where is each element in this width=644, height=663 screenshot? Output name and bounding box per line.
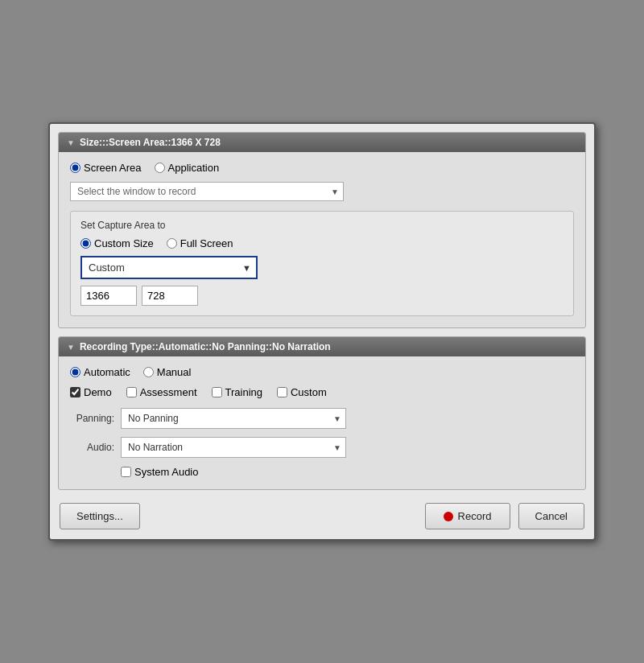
recording-header-arrow: ▼ <box>67 343 75 352</box>
training-checkbox[interactable] <box>212 387 222 397</box>
screen-area-label: Screen Area <box>84 162 142 174</box>
assessment-label: Assessment <box>140 386 197 398</box>
system-audio-checkbox-label[interactable]: System Audio <box>121 466 574 478</box>
manual-label: Manual <box>157 366 192 378</box>
custom-size-label: Custom Size <box>94 237 154 249</box>
size-section-header: ▼ Size:::Screen Area::1366 X 728 <box>59 133 585 152</box>
training-label: Training <box>225 386 262 398</box>
audio-row: Audio: No Narration Microphone Line-In <box>70 437 574 458</box>
custom-size-dropdown[interactable]: Custom 640x480 800x600 1024x768 1280x720… <box>80 256 258 279</box>
application-label: Application <box>168 162 220 174</box>
size-section-body: Screen Area Application Select the windo… <box>59 152 585 327</box>
custom-checkbox-label[interactable]: Custom <box>277 386 327 398</box>
screen-area-radio-label[interactable]: Screen Area <box>70 162 142 174</box>
capture-area-legend: Set Capture Area to <box>80 220 564 231</box>
panning-select[interactable]: No Panning Auto Panning Manual Panning <box>121 408 346 429</box>
system-audio-label: System Audio <box>134 466 199 478</box>
auto-manual-row: Automatic Manual <box>70 366 574 378</box>
size-header-arrow: ▼ <box>67 138 75 147</box>
window-select[interactable]: Select the window to record <box>70 182 344 201</box>
automatic-radio[interactable] <box>70 367 80 377</box>
audio-select-wrapper: No Narration Microphone Line-In <box>121 437 346 458</box>
full-screen-radio[interactable] <box>167 238 177 249</box>
checkboxes-row: Demo Assessment Training Custom <box>70 386 574 398</box>
recording-section-header: ▼ Recording Type::Automatic::No Panning:… <box>59 337 585 356</box>
manual-radio-label[interactable]: Manual <box>143 366 192 378</box>
audio-select[interactable]: No Narration Microphone Line-In <box>121 437 346 458</box>
settings-button[interactable]: Settings... <box>60 503 140 529</box>
source-radio-group: Screen Area Application <box>70 162 574 174</box>
footer-right: Record Cancel <box>425 503 584 529</box>
record-label: Record <box>458 510 492 522</box>
panning-select-wrapper: No Panning Auto Panning Manual Panning <box>121 408 346 429</box>
screen-area-radio[interactable] <box>70 163 80 173</box>
height-input[interactable] <box>142 286 198 306</box>
record-button[interactable]: Record <box>425 503 510 529</box>
custom-size-radio-label[interactable]: Custom Size <box>80 237 154 249</box>
capture-area-group: Set Capture Area to Custom Size Full Scr… <box>70 211 574 316</box>
width-input[interactable] <box>80 286 137 306</box>
automatic-label: Automatic <box>84 366 130 378</box>
manual-radio[interactable] <box>143 367 154 377</box>
custom-checkbox[interactable] <box>277 387 287 397</box>
assessment-checkbox[interactable] <box>126 387 137 397</box>
window-select-wrapper: Select the window to record <box>70 182 344 201</box>
footer: Settings... Record Cancel <box>58 498 586 531</box>
record-dot-icon <box>444 512 453 521</box>
demo-checkbox-label[interactable]: Demo <box>70 386 112 398</box>
window-select-container: Select the window to record <box>70 182 574 201</box>
recording-section-body: Automatic Manual Demo Assessment <box>59 356 585 489</box>
size-section: ▼ Size:::Screen Area::1366 X 728 Screen … <box>58 132 586 328</box>
training-checkbox-label[interactable]: Training <box>212 386 262 398</box>
custom-size-radio[interactable] <box>80 238 91 249</box>
system-audio-row: System Audio <box>70 466 574 478</box>
automatic-radio-label[interactable]: Automatic <box>70 366 130 378</box>
custom-label: Custom <box>291 386 327 398</box>
full-screen-label: Full Screen <box>180 237 233 249</box>
audio-label: Audio: <box>70 442 114 453</box>
system-audio-checkbox[interactable] <box>121 467 131 477</box>
panning-row: Panning: No Panning Auto Panning Manual … <box>70 408 574 429</box>
main-dialog: ▼ Size:::Screen Area::1366 X 728 Screen … <box>48 122 596 541</box>
dimensions-row <box>80 286 564 306</box>
full-screen-radio-label[interactable]: Full Screen <box>167 237 233 249</box>
custom-dropdown-wrapper: Custom 640x480 800x600 1024x768 1280x720… <box>80 256 258 279</box>
panning-label: Panning: <box>70 413 114 424</box>
recording-header-title: Recording Type::Automatic::No Panning::N… <box>80 341 331 352</box>
recording-section: ▼ Recording Type::Automatic::No Panning:… <box>58 336 586 490</box>
size-header-title: Size:::Screen Area::1366 X 728 <box>80 137 221 148</box>
application-radio[interactable] <box>155 163 165 173</box>
demo-checkbox[interactable] <box>70 387 80 397</box>
cancel-button[interactable]: Cancel <box>518 503 584 529</box>
application-radio-label[interactable]: Application <box>155 162 220 174</box>
demo-label: Demo <box>84 386 112 398</box>
capture-radio-row: Custom Size Full Screen <box>80 237 564 249</box>
assessment-checkbox-label[interactable]: Assessment <box>126 386 197 398</box>
